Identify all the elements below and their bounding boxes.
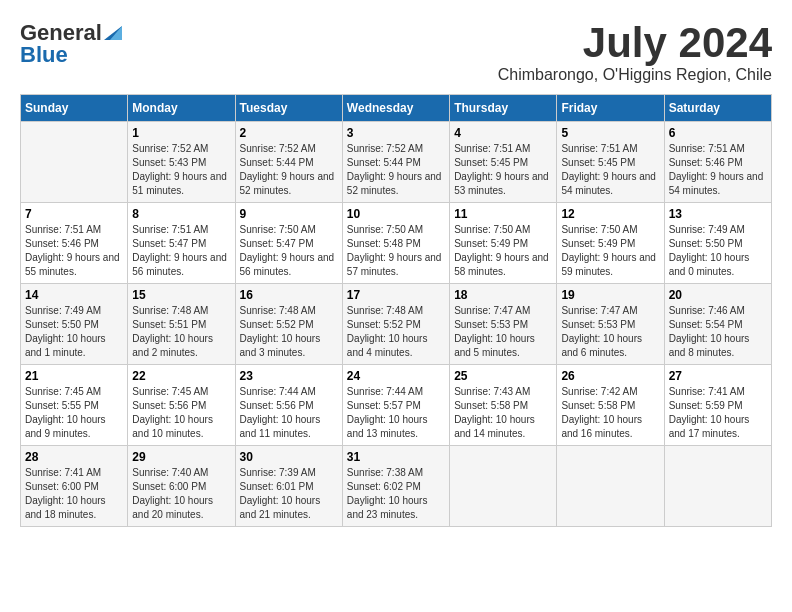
calendar-cell: 1Sunrise: 7:52 AMSunset: 5:43 PMDaylight… — [128, 122, 235, 203]
logo-blue-text: Blue — [20, 42, 68, 68]
day-detail: Sunrise: 7:51 AMSunset: 5:47 PMDaylight:… — [132, 223, 230, 279]
day-number: 21 — [25, 369, 123, 383]
logo-bird-icon — [104, 22, 122, 40]
calendar-cell: 10Sunrise: 7:50 AMSunset: 5:48 PMDayligh… — [342, 203, 449, 284]
calendar-table: SundayMondayTuesdayWednesdayThursdayFrid… — [20, 94, 772, 527]
calendar-cell: 3Sunrise: 7:52 AMSunset: 5:44 PMDaylight… — [342, 122, 449, 203]
calendar-cell — [664, 446, 771, 527]
week-row-2: 7Sunrise: 7:51 AMSunset: 5:46 PMDaylight… — [21, 203, 772, 284]
calendar-cell: 28Sunrise: 7:41 AMSunset: 6:00 PMDayligh… — [21, 446, 128, 527]
column-header-saturday: Saturday — [664, 95, 771, 122]
day-number: 27 — [669, 369, 767, 383]
day-detail: Sunrise: 7:41 AMSunset: 6:00 PMDaylight:… — [25, 466, 123, 522]
day-number: 31 — [347, 450, 445, 464]
column-header-wednesday: Wednesday — [342, 95, 449, 122]
day-number: 6 — [669, 126, 767, 140]
day-detail: Sunrise: 7:50 AMSunset: 5:48 PMDaylight:… — [347, 223, 445, 279]
column-header-monday: Monday — [128, 95, 235, 122]
calendar-cell: 19Sunrise: 7:47 AMSunset: 5:53 PMDayligh… — [557, 284, 664, 365]
logo: General Blue — [20, 20, 122, 68]
day-detail: Sunrise: 7:43 AMSunset: 5:58 PMDaylight:… — [454, 385, 552, 441]
day-number: 29 — [132, 450, 230, 464]
day-detail: Sunrise: 7:52 AMSunset: 5:44 PMDaylight:… — [240, 142, 338, 198]
week-row-5: 28Sunrise: 7:41 AMSunset: 6:00 PMDayligh… — [21, 446, 772, 527]
calendar-cell: 5Sunrise: 7:51 AMSunset: 5:45 PMDaylight… — [557, 122, 664, 203]
day-detail: Sunrise: 7:51 AMSunset: 5:45 PMDaylight:… — [454, 142, 552, 198]
day-number: 11 — [454, 207, 552, 221]
page-header: General Blue July 2024 Chimbarongo, O'Hi… — [20, 20, 772, 84]
calendar-cell: 26Sunrise: 7:42 AMSunset: 5:58 PMDayligh… — [557, 365, 664, 446]
day-number: 24 — [347, 369, 445, 383]
day-number: 10 — [347, 207, 445, 221]
column-header-friday: Friday — [557, 95, 664, 122]
week-row-4: 21Sunrise: 7:45 AMSunset: 5:55 PMDayligh… — [21, 365, 772, 446]
day-detail: Sunrise: 7:51 AMSunset: 5:45 PMDaylight:… — [561, 142, 659, 198]
calendar-cell: 14Sunrise: 7:49 AMSunset: 5:50 PMDayligh… — [21, 284, 128, 365]
day-number: 3 — [347, 126, 445, 140]
day-detail: Sunrise: 7:42 AMSunset: 5:58 PMDaylight:… — [561, 385, 659, 441]
day-number: 5 — [561, 126, 659, 140]
calendar-cell: 25Sunrise: 7:43 AMSunset: 5:58 PMDayligh… — [450, 365, 557, 446]
day-number: 2 — [240, 126, 338, 140]
calendar-cell: 4Sunrise: 7:51 AMSunset: 5:45 PMDaylight… — [450, 122, 557, 203]
calendar-cell: 11Sunrise: 7:50 AMSunset: 5:49 PMDayligh… — [450, 203, 557, 284]
calendar-cell — [557, 446, 664, 527]
day-number: 22 — [132, 369, 230, 383]
day-number: 12 — [561, 207, 659, 221]
column-header-sunday: Sunday — [21, 95, 128, 122]
column-headers: SundayMondayTuesdayWednesdayThursdayFrid… — [21, 95, 772, 122]
column-header-tuesday: Tuesday — [235, 95, 342, 122]
location-text: Chimbarongo, O'Higgins Region, Chile — [498, 66, 772, 84]
day-number: 7 — [25, 207, 123, 221]
week-row-1: 1Sunrise: 7:52 AMSunset: 5:43 PMDaylight… — [21, 122, 772, 203]
day-detail: Sunrise: 7:48 AMSunset: 5:52 PMDaylight:… — [240, 304, 338, 360]
day-number: 25 — [454, 369, 552, 383]
calendar-cell: 24Sunrise: 7:44 AMSunset: 5:57 PMDayligh… — [342, 365, 449, 446]
day-detail: Sunrise: 7:47 AMSunset: 5:53 PMDaylight:… — [561, 304, 659, 360]
day-number: 23 — [240, 369, 338, 383]
day-detail: Sunrise: 7:50 AMSunset: 5:49 PMDaylight:… — [454, 223, 552, 279]
day-detail: Sunrise: 7:40 AMSunset: 6:00 PMDaylight:… — [132, 466, 230, 522]
calendar-cell: 15Sunrise: 7:48 AMSunset: 5:51 PMDayligh… — [128, 284, 235, 365]
day-detail: Sunrise: 7:48 AMSunset: 5:52 PMDaylight:… — [347, 304, 445, 360]
day-detail: Sunrise: 7:49 AMSunset: 5:50 PMDaylight:… — [25, 304, 123, 360]
day-detail: Sunrise: 7:46 AMSunset: 5:54 PMDaylight:… — [669, 304, 767, 360]
calendar-cell: 13Sunrise: 7:49 AMSunset: 5:50 PMDayligh… — [664, 203, 771, 284]
day-detail: Sunrise: 7:51 AMSunset: 5:46 PMDaylight:… — [25, 223, 123, 279]
calendar-cell: 17Sunrise: 7:48 AMSunset: 5:52 PMDayligh… — [342, 284, 449, 365]
day-number: 19 — [561, 288, 659, 302]
day-detail: Sunrise: 7:38 AMSunset: 6:02 PMDaylight:… — [347, 466, 445, 522]
day-number: 28 — [25, 450, 123, 464]
column-header-thursday: Thursday — [450, 95, 557, 122]
calendar-cell: 23Sunrise: 7:44 AMSunset: 5:56 PMDayligh… — [235, 365, 342, 446]
calendar-cell — [21, 122, 128, 203]
day-number: 15 — [132, 288, 230, 302]
day-detail: Sunrise: 7:52 AMSunset: 5:44 PMDaylight:… — [347, 142, 445, 198]
calendar-cell: 12Sunrise: 7:50 AMSunset: 5:49 PMDayligh… — [557, 203, 664, 284]
day-number: 17 — [347, 288, 445, 302]
day-number: 8 — [132, 207, 230, 221]
title-section: July 2024 Chimbarongo, O'Higgins Region,… — [498, 20, 772, 84]
day-number: 16 — [240, 288, 338, 302]
calendar-cell: 22Sunrise: 7:45 AMSunset: 5:56 PMDayligh… — [128, 365, 235, 446]
day-detail: Sunrise: 7:51 AMSunset: 5:46 PMDaylight:… — [669, 142, 767, 198]
calendar-cell: 8Sunrise: 7:51 AMSunset: 5:47 PMDaylight… — [128, 203, 235, 284]
calendar-cell: 18Sunrise: 7:47 AMSunset: 5:53 PMDayligh… — [450, 284, 557, 365]
calendar-cell: 16Sunrise: 7:48 AMSunset: 5:52 PMDayligh… — [235, 284, 342, 365]
day-detail: Sunrise: 7:44 AMSunset: 5:57 PMDaylight:… — [347, 385, 445, 441]
day-number: 18 — [454, 288, 552, 302]
calendar-cell: 30Sunrise: 7:39 AMSunset: 6:01 PMDayligh… — [235, 446, 342, 527]
calendar-cell: 29Sunrise: 7:40 AMSunset: 6:00 PMDayligh… — [128, 446, 235, 527]
day-number: 1 — [132, 126, 230, 140]
day-detail: Sunrise: 7:48 AMSunset: 5:51 PMDaylight:… — [132, 304, 230, 360]
day-number: 26 — [561, 369, 659, 383]
calendar-cell: 27Sunrise: 7:41 AMSunset: 5:59 PMDayligh… — [664, 365, 771, 446]
day-detail: Sunrise: 7:39 AMSunset: 6:01 PMDaylight:… — [240, 466, 338, 522]
calendar-cell — [450, 446, 557, 527]
week-row-3: 14Sunrise: 7:49 AMSunset: 5:50 PMDayligh… — [21, 284, 772, 365]
day-number: 14 — [25, 288, 123, 302]
calendar-cell: 9Sunrise: 7:50 AMSunset: 5:47 PMDaylight… — [235, 203, 342, 284]
day-number: 30 — [240, 450, 338, 464]
day-number: 20 — [669, 288, 767, 302]
month-title: July 2024 — [498, 20, 772, 66]
